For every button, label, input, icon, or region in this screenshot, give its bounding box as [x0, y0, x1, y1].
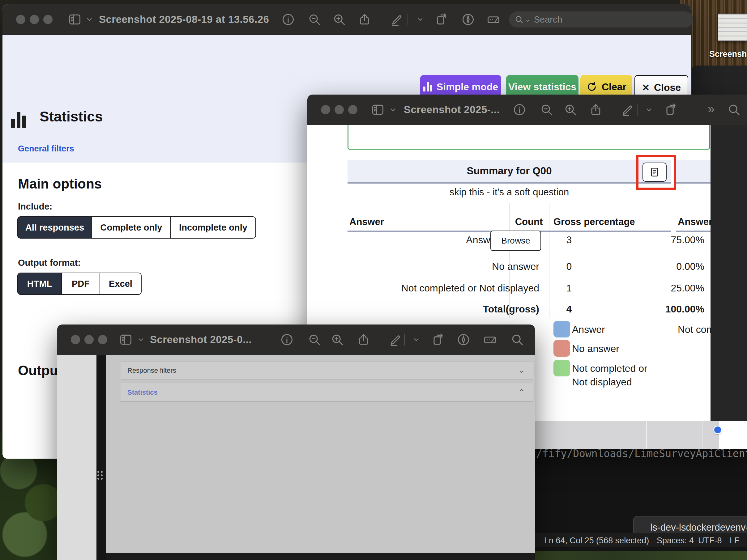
- share-icon[interactable]: [589, 103, 602, 116]
- refresh-icon: [586, 81, 597, 92]
- main-options-heading: Main options: [18, 176, 102, 192]
- status-encoding[interactable]: UTF-8: [698, 536, 722, 545]
- row-gross: 100.00%: [589, 303, 708, 315]
- red-annotation-rectangle: [636, 155, 676, 190]
- zoom-traffic-light[interactable]: [98, 335, 107, 344]
- search-icon[interactable]: [727, 103, 741, 116]
- vscode-window: /fify/Downloads/LimeSurveyApiClient/Clie…: [525, 443, 747, 551]
- sidebar-icon[interactable]: [119, 333, 133, 346]
- accordion-label: Response filters: [127, 367, 176, 375]
- zoom-out-icon[interactable]: [308, 13, 321, 26]
- info-icon[interactable]: [513, 103, 526, 116]
- row-count: 0: [549, 261, 589, 272]
- share-icon[interactable]: [358, 13, 371, 26]
- minimize-traffic-light[interactable]: [335, 105, 344, 114]
- zoom-out-icon[interactable]: [540, 103, 553, 116]
- clear-label: Clear: [602, 81, 626, 93]
- markup-pencil-icon[interactable]: [621, 103, 635, 116]
- include-option-complete-only[interactable]: Complete only: [92, 217, 170, 238]
- row-count: 4: [549, 303, 589, 315]
- zoom-in-icon[interactable]: [332, 13, 346, 26]
- window2-title: Screenshot 2025-...: [404, 104, 500, 115]
- statistics-accordion[interactable]: Statistics ⌃: [121, 382, 533, 402]
- column-header-answer: Answer: [350, 216, 384, 228]
- chevron-down-icon: ⌄: [518, 365, 525, 375]
- row-count: 1: [549, 283, 589, 294]
- close-label: Close: [654, 82, 681, 93]
- draw-pen-icon[interactable]: [457, 333, 470, 346]
- row-count: 3: [549, 234, 589, 246]
- markup-pencil-icon[interactable]: [389, 333, 402, 346]
- minimize-traffic-light[interactable]: [30, 15, 39, 24]
- sidebar-icon[interactable]: [371, 103, 385, 116]
- row-label: Total(gross): [483, 303, 539, 315]
- row-gross: 75.00%: [589, 234, 708, 246]
- window1-titlebar[interactable]: Screenshot 2025-08-19 at 13.56.26 ⌄ Sear…: [2, 4, 691, 35]
- text-field-icon[interactable]: [483, 333, 497, 346]
- close-traffic-light[interactable]: [71, 335, 80, 344]
- include-segmented-control: All responses Complete only Incomplete o…: [17, 216, 256, 239]
- markup-pencil-icon[interactable]: [390, 13, 404, 26]
- status-eol[interactable]: LF: [730, 536, 740, 545]
- close-traffic-light[interactable]: [16, 15, 25, 24]
- zoom-out-icon[interactable]: [308, 333, 321, 346]
- toolbar-divider: [404, 334, 405, 346]
- selection-handle[interactable]: [713, 426, 722, 434]
- share-icon[interactable]: [357, 333, 370, 346]
- response-filters-accordion[interactable]: Response filters ⌄: [121, 361, 533, 379]
- window3-title: Screenshot 2025-0...: [150, 334, 252, 346]
- row-label: Not completed or Not displayed: [401, 283, 539, 294]
- output-option-html[interactable]: HTML: [18, 273, 61, 294]
- general-filters-link[interactable]: General filters: [18, 144, 74, 154]
- search-icon[interactable]: [511, 333, 524, 346]
- vscode-status-bar: Ln 64, Col 25 (568 selected) Spaces: 4 U…: [525, 533, 747, 547]
- minimize-traffic-light[interactable]: [84, 335, 94, 344]
- status-cursor-position[interactable]: Ln 64, Col 25 (568 selected): [544, 536, 649, 545]
- vscode-path-text: /fify/Downloads/LimeSurveyApiClient/Clie…: [536, 448, 747, 459]
- chevron-down-icon[interactable]: [644, 105, 654, 114]
- search-input[interactable]: ⌄ Search: [509, 11, 693, 27]
- zoom-traffic-light[interactable]: [43, 15, 53, 24]
- include-option-all-responses[interactable]: All responses: [18, 217, 92, 238]
- output-option-excel[interactable]: Excel: [100, 273, 141, 294]
- toolbar-divider: [408, 14, 408, 25]
- draw-pen-icon[interactable]: [461, 13, 475, 26]
- output-option-pdf[interactable]: PDF: [61, 273, 100, 294]
- chevron-down-icon[interactable]: [416, 15, 425, 24]
- desktop-wallpaper-bottom: [522, 551, 747, 560]
- more-toolbar-items-icon[interactable]: »: [708, 102, 715, 116]
- include-label: Include:: [18, 202, 52, 212]
- status-indentation[interactable]: Spaces: 4: [657, 536, 694, 545]
- text-field-icon[interactable]: [487, 13, 500, 26]
- second-table-column-answer: Answer: [678, 216, 712, 228]
- rotate-icon[interactable]: [664, 103, 677, 116]
- row-gross: 0.00%: [589, 261, 708, 272]
- browse-button[interactable]: Browse: [490, 231, 541, 251]
- selection-divider: [646, 421, 647, 449]
- chevron-down-icon[interactable]: [85, 15, 94, 24]
- include-option-incomplete-only[interactable]: Incomplete only: [170, 217, 255, 238]
- second-table-header: [676, 160, 711, 184]
- chevron-down-icon[interactable]: [388, 105, 397, 114]
- close-icon: ✕: [642, 82, 650, 93]
- desktop-screenshot-thumbnail[interactable]: [718, 14, 747, 41]
- window2-titlebar[interactable]: Screenshot 2025-... »: [307, 95, 747, 125]
- sidebar-icon[interactable]: [68, 13, 82, 26]
- close-traffic-light[interactable]: [321, 105, 330, 114]
- zoom-in-icon[interactable]: [564, 103, 577, 116]
- chevron-down-icon[interactable]: [412, 335, 421, 344]
- drag-handle[interactable]: [97, 471, 105, 482]
- markup-selection-region[interactable]: [505, 421, 719, 449]
- zoom-in-icon[interactable]: [331, 333, 344, 346]
- rotate-icon[interactable]: [434, 13, 448, 26]
- info-icon[interactable]: [280, 333, 294, 346]
- window3-titlebar[interactable]: Screenshot 2025-0...: [57, 324, 535, 355]
- table-row: Answer Browse 3 75.00%: [347, 231, 671, 250]
- info-icon[interactable]: [281, 13, 295, 26]
- chevron-down-icon[interactable]: [136, 335, 146, 344]
- question-text: skip this - it's a soft question: [347, 187, 671, 198]
- rotate-icon[interactable]: [431, 333, 444, 346]
- row-gross: 25.00%: [589, 283, 708, 294]
- second-table-clipped-row: Not com: [678, 324, 711, 335]
- zoom-traffic-light[interactable]: [348, 105, 357, 114]
